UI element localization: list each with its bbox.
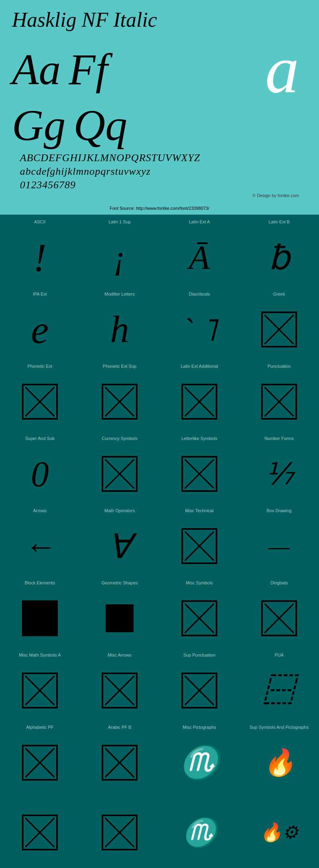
block-black-small xyxy=(106,604,134,632)
cell-misc-pictographs: Misc Pictographs ♏ xyxy=(160,720,239,792)
cell-ascii: ASCII ! xyxy=(0,215,80,287)
grid-row-6: Block Elements Geometric Shapes Misc Sym… xyxy=(0,576,319,648)
symbol-sup-symbols-pictographs: 🔥 xyxy=(263,734,295,793)
cell-arabic-pf-b: Arabic PF B xyxy=(80,720,160,792)
alphabet-section: ABCDEFGHIJKLMNOPQRSTUVWXYZ abcdefghijklm… xyxy=(12,147,307,191)
cell-extra-2 xyxy=(80,792,160,864)
symbol-extra-4: 🔥⚙ xyxy=(260,800,298,864)
label-misc-math-a: Misc Math Symbols A xyxy=(19,653,61,658)
cell-latin-ext-a: Latin Ext A Ā xyxy=(160,215,239,287)
placeholder-extra-2 xyxy=(102,815,138,850)
letter-ff: Ff xyxy=(69,47,108,91)
cell-number-forms: Number Forms ⅐ xyxy=(239,431,319,503)
label-latin-ext-a: Latin Ext A xyxy=(189,219,210,225)
symbol-extra-3: ♏ xyxy=(182,800,217,864)
cell-currency-symbols: Currency Symbols xyxy=(80,431,160,503)
placeholder-letterlike-symbols xyxy=(181,456,217,492)
label-math-operators: Math Operators xyxy=(104,508,135,513)
cell-modifier-letters: Modifier Letters h xyxy=(80,287,160,359)
symbol-misc-symbols xyxy=(181,589,217,648)
symbol-currency-symbols xyxy=(102,445,138,504)
placeholder-misc-symbols xyxy=(181,600,217,636)
grid-row-1: ASCII ! Latin 1 Sup ¡ Latin Ext A Ā Lati… xyxy=(0,215,319,287)
label-misc-arrows: Misc Arrows xyxy=(108,653,131,658)
label-punctuation: Punctuation xyxy=(268,364,291,369)
label-box-drawing: Box Drawing xyxy=(267,508,291,513)
source-line: Font Source: http://www.fontke.com/font/… xyxy=(0,204,319,215)
symbol-greek xyxy=(261,300,297,359)
label-letterlike-symbols: Letterlike Symbols xyxy=(181,436,217,441)
symbol-number-forms: ⅐ xyxy=(265,445,294,504)
symbol-punctuation xyxy=(261,373,297,432)
cell-latin-ext-b: Latin Ext B ƀ xyxy=(239,215,319,287)
label-misc-technical: Misc Technical xyxy=(185,508,213,513)
cell-misc-technical: Misc Technical xyxy=(160,503,239,576)
symbol-latin-ext-a: Ā xyxy=(189,228,210,287)
cell-box-drawing: Box Drawing — xyxy=(239,503,319,576)
label-dingbats: Dingbats xyxy=(270,580,287,586)
label-alphabetic-pf: Alphabetic PF xyxy=(26,725,53,730)
symbol-extra-1 xyxy=(22,800,58,864)
block-black-large xyxy=(22,600,58,636)
cell-phonetic-ext: Phonetic Ext xyxy=(0,359,80,431)
letter-aa: Aa xyxy=(12,47,61,91)
symbol-math-operators: ∀ xyxy=(108,517,131,576)
cell-greek: Greek xyxy=(239,287,319,359)
symbol-diacriticals: ` ˥ xyxy=(182,300,217,359)
symbol-misc-math-a xyxy=(22,661,58,720)
grid-row-7: Misc Math Symbols A Misc Arrows Sup Punc… xyxy=(0,648,319,720)
symbol-geometric-shapes xyxy=(106,589,134,648)
label-sup-punctuation: Sup Punctuation xyxy=(183,653,216,658)
label-diacriticals: Diacriticals xyxy=(189,292,210,297)
grid-row-8: Alphabetic PF Arabic PF B Misc Pictograp… xyxy=(0,720,319,792)
cell-block-elements: Block Elements xyxy=(0,576,80,648)
label-super-sub: Super And Sub xyxy=(25,436,55,441)
symbol-dingbats xyxy=(261,589,297,648)
label-currency-symbols: Currency Symbols xyxy=(102,436,138,441)
label-latin-ext-b: Latin Ext B xyxy=(268,219,289,225)
sample-letters-row2: Gg Qq xyxy=(12,103,307,147)
label-misc-pictographs: Misc Pictographs xyxy=(183,725,216,730)
label-greek: Greek xyxy=(273,292,285,297)
cell-extra-1 xyxy=(0,792,80,864)
cell-geometric-shapes: Geometric Shapes xyxy=(80,576,160,648)
placeholder-extra-1 xyxy=(22,815,58,850)
grid-row-9: ♏ 🔥⚙ xyxy=(0,792,319,864)
letter-a-white: a xyxy=(265,36,307,103)
label-latin1sup: Latin 1 Sup xyxy=(108,219,131,225)
cell-extra-4: 🔥⚙ xyxy=(239,792,319,864)
placeholder-dingbats xyxy=(261,600,297,636)
cell-diacriticals: Diacriticals ` ˥ xyxy=(160,287,239,359)
placeholder-greek xyxy=(261,312,297,347)
grid-row-2: IPA Ext e Modifier Letters h Diacritical… xyxy=(0,287,319,359)
placeholder-phonetic-ext-sup xyxy=(102,384,138,420)
symbol-pua: ⿱ xyxy=(264,661,294,720)
cell-letterlike-symbols: Letterlike Symbols xyxy=(160,431,239,503)
cell-sup-punctuation: Sup Punctuation xyxy=(160,648,239,720)
label-ascii: ASCII xyxy=(34,219,46,225)
placeholder-misc-technical xyxy=(181,528,217,564)
copyright: © Design by fontke.com xyxy=(12,191,307,200)
placeholder-phonetic-ext xyxy=(22,384,58,420)
symbol-phonetic-ext xyxy=(22,373,58,432)
placeholder-sup-punctuation xyxy=(181,673,217,708)
symbol-ipa-ext: e xyxy=(31,300,49,359)
alphabet-lower: abcdefghijklmnopqrstuvwxyz xyxy=(20,165,299,178)
label-pua: PUA xyxy=(275,653,284,658)
cell-phonetic-ext-sup: Phonetic Ext Sup xyxy=(80,359,160,431)
symbol-misc-arrows xyxy=(102,661,138,720)
label-ipa-ext: IPA Ext xyxy=(33,292,47,297)
placeholder-misc-math-a xyxy=(22,673,58,708)
label-modifier-letters: Modifier Letters xyxy=(104,292,135,297)
symbol-letterlike-symbols xyxy=(181,445,217,504)
cell-ipa-ext: IPA Ext e xyxy=(0,287,80,359)
alphabet-upper: ABCDEFGHIJKLMNOPQRSTUVWXYZ xyxy=(20,151,299,165)
cell-extra-3: ♏ xyxy=(160,792,239,864)
cell-punctuation: Punctuation xyxy=(239,359,319,431)
cell-pua: PUA ⿱ xyxy=(239,648,319,720)
cell-misc-math-a: Misc Math Symbols A xyxy=(0,648,80,720)
symbol-box-drawing: — xyxy=(268,517,289,576)
grid-row-3: Phonetic Ext Phonetic Ext Sup Latin Ext … xyxy=(0,359,319,431)
sample-letters-row1: Aa Ff a xyxy=(12,36,307,103)
label-block-elements: Block Elements xyxy=(25,580,55,586)
